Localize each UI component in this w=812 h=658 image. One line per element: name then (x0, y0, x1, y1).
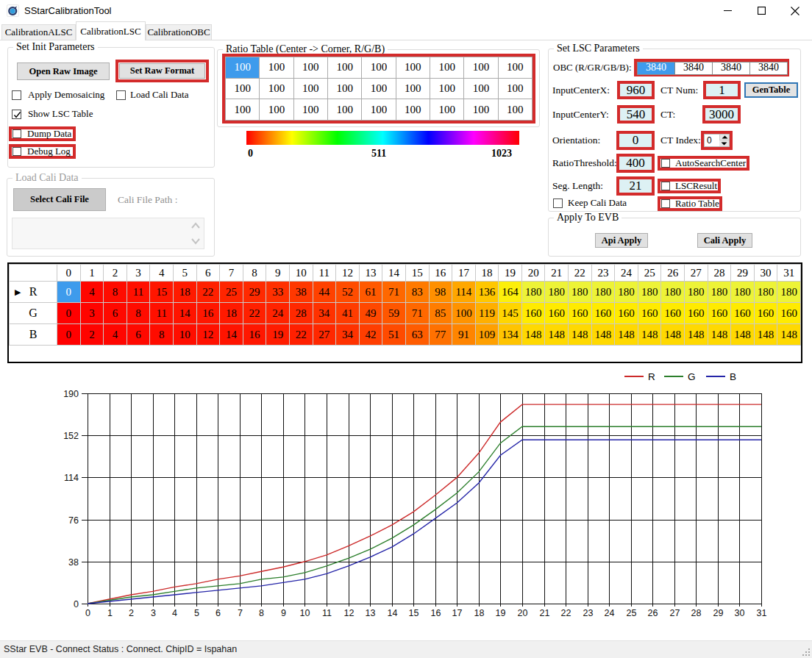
value-cell[interactable]: 148 (521, 324, 545, 346)
row-header-G[interactable]: G (10, 303, 57, 324)
value-cell[interactable]: 77 (429, 324, 452, 346)
value-cell[interactable]: 22 (196, 282, 220, 303)
ratio-cell[interactable]: 100 (293, 57, 327, 79)
value-cell[interactable]: 160 (661, 303, 685, 324)
value-cell[interactable]: 8 (127, 303, 150, 324)
value-cell[interactable]: 148 (615, 324, 638, 346)
debug-log-checkbox[interactable] (13, 147, 21, 156)
spin-up-button[interactable] (719, 135, 729, 140)
value-cell[interactable]: 98 (429, 282, 452, 303)
seg-length-field[interactable]: 21 (619, 179, 652, 193)
ratio-cell[interactable]: 100 (464, 78, 498, 99)
value-cell[interactable]: 134 (499, 324, 522, 346)
column-header[interactable]: 16 (429, 265, 452, 282)
set-raw-format-button[interactable]: Set Raw Format (119, 63, 205, 79)
column-header[interactable]: 17 (452, 265, 476, 282)
value-cell[interactable]: 148 (754, 324, 777, 346)
value-cell[interactable]: 148 (708, 324, 731, 346)
value-cell[interactable]: 180 (615, 282, 638, 303)
value-cell[interactable]: 180 (591, 282, 615, 303)
tab-calibration-obc[interactable]: CalibrationOBC (146, 24, 212, 40)
value-cell[interactable]: 180 (708, 282, 731, 303)
ratio-cell[interactable]: 100 (396, 78, 430, 99)
value-cell[interactable]: 11 (150, 303, 174, 324)
ratio-cell[interactable]: 100 (260, 78, 293, 99)
column-header[interactable]: 29 (731, 265, 755, 282)
load-cali-data-checkbox[interactable] (116, 90, 126, 100)
value-cell[interactable]: 29 (243, 282, 266, 303)
value-cell[interactable]: 71 (405, 303, 429, 324)
value-cell[interactable]: 180 (685, 282, 708, 303)
value-cell[interactable]: 160 (591, 303, 615, 324)
ratio-cell[interactable]: 100 (498, 78, 532, 99)
column-header[interactable]: 14 (382, 265, 406, 282)
value-cell[interactable]: 52 (336, 282, 360, 303)
value-cell[interactable]: 180 (638, 282, 661, 303)
value-cell[interactable]: 24 (266, 303, 290, 324)
value-cell[interactable]: 16 (196, 303, 220, 324)
value-cell[interactable]: 6 (127, 324, 150, 346)
value-cell[interactable]: 2 (80, 324, 104, 346)
value-cell[interactable]: 8 (150, 324, 174, 346)
close-button[interactable] (778, 0, 812, 21)
keep-cali-data-checkbox[interactable] (553, 199, 563, 208)
value-cell[interactable]: 180 (545, 282, 569, 303)
value-cell[interactable]: 44 (313, 282, 336, 303)
column-header[interactable]: 26 (661, 265, 685, 282)
column-header[interactable]: 1 (80, 265, 104, 282)
value-cell[interactable]: 136 (475, 282, 499, 303)
ratio-cell[interactable]: 100 (396, 99, 430, 121)
value-cell[interactable]: 160 (545, 303, 569, 324)
value-cell[interactable]: 27 (313, 324, 336, 346)
value-cell[interactable]: 148 (731, 324, 755, 346)
ratio-cell[interactable]: 100 (362, 78, 396, 99)
value-cell[interactable]: 164 (499, 282, 522, 303)
ratio-cell[interactable]: 100 (464, 57, 498, 79)
value-cell[interactable]: 145 (499, 303, 522, 324)
column-header[interactable]: 3 (127, 265, 150, 282)
column-header[interactable]: 10 (289, 265, 313, 282)
value-cell[interactable]: 10 (173, 324, 196, 346)
value-cell[interactable]: 83 (405, 282, 429, 303)
ratio-cell[interactable]: 100 (260, 99, 293, 121)
select-cali-file-button[interactable]: Select Cali File (13, 188, 106, 211)
ratio-cell[interactable]: 100 (498, 57, 532, 79)
ratio-cell[interactable]: 100 (430, 57, 463, 79)
obc-cell[interactable]: 3840 (638, 62, 674, 74)
obc-cell[interactable]: 3840 (674, 62, 712, 74)
value-cell[interactable]: 3 (80, 303, 104, 324)
value-cell[interactable]: 148 (569, 324, 592, 346)
column-header[interactable]: 27 (685, 265, 708, 282)
obc-cell[interactable]: 3840 (749, 62, 787, 74)
value-cell[interactable]: 18 (220, 303, 243, 324)
value-cell[interactable]: 91 (452, 324, 476, 346)
column-header[interactable]: 12 (336, 265, 360, 282)
value-cell[interactable]: 19 (266, 324, 290, 346)
orientation-field[interactable]: 0 (619, 134, 652, 147)
gen-table-button[interactable]: GenTable (744, 82, 798, 98)
column-header[interactable]: 15 (405, 265, 429, 282)
ratio-cell[interactable]: 100 (362, 99, 396, 121)
value-cell[interactable]: 148 (777, 324, 801, 346)
value-cell[interactable]: 18 (173, 282, 196, 303)
obc-cell[interactable]: 3840 (712, 62, 749, 74)
tab-calibration-lsc[interactable]: CalibrationLSC (76, 21, 146, 40)
column-header[interactable]: 18 (475, 265, 499, 282)
value-cell[interactable]: 180 (661, 282, 685, 303)
value-cell[interactable]: 160 (638, 303, 661, 324)
value-cell[interactable]: 49 (359, 303, 382, 324)
obc-table[interactable]: 3840384038403840 (637, 62, 788, 75)
value-cell[interactable]: 180 (569, 282, 592, 303)
value-cell[interactable]: 12 (196, 324, 220, 346)
ratio-cell[interactable]: 100 (327, 57, 361, 79)
value-cell[interactable]: 160 (569, 303, 592, 324)
lsc-result-checkbox[interactable] (661, 182, 670, 190)
value-cell[interactable]: 114 (452, 282, 476, 303)
value-cell[interactable]: 148 (545, 324, 569, 346)
value-cell[interactable]: 41 (336, 303, 360, 324)
value-cell[interactable]: 85 (429, 303, 452, 324)
column-header[interactable]: 8 (243, 265, 266, 282)
api-apply-button[interactable]: Api Apply (595, 233, 648, 248)
column-header[interactable]: 6 (196, 265, 220, 282)
value-cell[interactable]: 100 (452, 303, 476, 324)
